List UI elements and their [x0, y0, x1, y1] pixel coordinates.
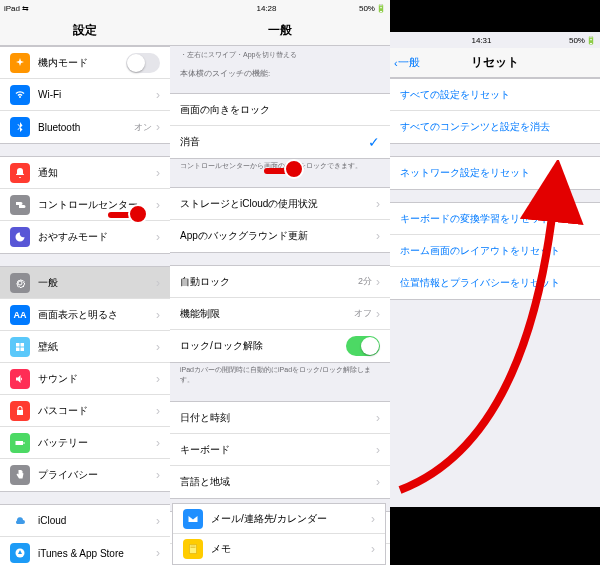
- toggle[interactable]: [126, 53, 160, 73]
- chevron-icon: ›: [376, 475, 380, 489]
- row-label: プライバシー: [38, 468, 156, 482]
- row-label: すべての設定をリセット: [400, 88, 590, 102]
- row-lang[interactable]: 言語と地域›: [170, 466, 390, 498]
- page-title: 設定: [73, 22, 97, 39]
- row-autolock[interactable]: 自動ロック2分›: [170, 266, 390, 298]
- row-label: iCloud: [38, 515, 156, 526]
- row-passcode[interactable]: パスコード›: [0, 395, 170, 427]
- row-label: キーボード: [180, 443, 376, 457]
- chevron-icon: ›: [156, 372, 160, 386]
- group: すべての設定をリセットすべてのコンテンツと設定を消去: [390, 78, 600, 144]
- row-label: 画面表示と明るさ: [38, 308, 156, 322]
- row-datetime[interactable]: 日付と時刻›: [170, 402, 390, 434]
- row-general[interactable]: 一般›: [0, 267, 170, 299]
- row-label: 日付と時刻: [180, 411, 376, 425]
- row-keyboard[interactable]: キーボード›: [170, 434, 390, 466]
- cloud-icon: [10, 511, 30, 531]
- row-bluetooth[interactable]: Bluetoothオン›: [0, 111, 170, 143]
- chevron-icon: ›: [156, 120, 160, 134]
- row-mute[interactable]: 消音✓: [170, 126, 390, 158]
- row-resethome[interactable]: ホーム画面のレイアウトをリセット: [390, 235, 600, 267]
- general-scroll[interactable]: ・左右にスワイプ・Appを切り替える本体横のスイッチの機能:画面の向きをロック消…: [170, 46, 390, 565]
- switches-icon: [10, 195, 30, 215]
- row-airplane[interactable]: 機内モード: [0, 47, 170, 79]
- row-battery[interactable]: バッテリー›: [0, 427, 170, 459]
- row-pmemo[interactable]: メモ›: [173, 534, 385, 564]
- reset-scroll[interactable]: すべての設定をリセットすべてのコンテンツと設定を消去ネットワーク設定をリセットキ…: [390, 78, 600, 507]
- sidebar-scroll[interactable]: 機内モードWi-Fi›Bluetoothオン›通知›コントロールセンター›おやす…: [0, 46, 170, 565]
- back-button[interactable]: ‹ 一般: [394, 55, 420, 70]
- hand-icon: [10, 465, 30, 485]
- group: 機内モードWi-Fi›Bluetoothオン›: [0, 46, 170, 144]
- page-title: リセット: [471, 54, 519, 71]
- group-header: 本体横のスイッチの機能:: [170, 64, 390, 81]
- row-erase[interactable]: すべてのコンテンツと設定を消去: [390, 111, 600, 143]
- navbar: 設定: [0, 16, 170, 46]
- row-dnd[interactable]: おやすみモード›: [0, 221, 170, 253]
- chevron-icon: ›: [371, 512, 375, 526]
- row-pmail[interactable]: メール/連絡先/カレンダー›: [173, 504, 385, 534]
- chevron-icon: ›: [376, 307, 380, 321]
- battery-indicator: 50%🔋: [359, 4, 386, 13]
- row-lockunlock[interactable]: ロック/ロック解除: [170, 330, 390, 362]
- row-value: オフ: [354, 307, 372, 320]
- row-orient[interactable]: 画面の向きをロック: [170, 94, 390, 126]
- chevron-icon: ›: [376, 411, 380, 425]
- row-label: ホーム画面のレイアウトをリセット: [400, 244, 590, 258]
- row-label: 消音: [180, 135, 368, 149]
- navbar: 一般: [170, 16, 390, 46]
- display-icon: AA: [10, 305, 30, 325]
- chevron-icon: ›: [156, 514, 160, 528]
- row-label: キーボードの変換学習をリセット: [400, 212, 590, 226]
- row-restrict[interactable]: 機能制限オフ›: [170, 298, 390, 330]
- row-storage[interactable]: ストレージとiCloudの使用状況›: [170, 188, 390, 220]
- status-bar: 14:28 50%🔋: [170, 0, 390, 16]
- row-label: バッテリー: [38, 436, 156, 450]
- chevron-icon: ›: [156, 436, 160, 450]
- row-label: 自動ロック: [180, 275, 358, 289]
- row-sounds[interactable]: サウンド›: [0, 363, 170, 395]
- check-icon: ✓: [368, 134, 380, 150]
- row-label: ネットワーク設定をリセット: [400, 166, 590, 180]
- row-value: オン: [134, 121, 152, 134]
- row-display[interactable]: AA画面表示と明るさ›: [0, 299, 170, 331]
- chevron-icon: ›: [156, 198, 160, 212]
- swipe-note: ・左右にスワイプ・Appを切り替える: [170, 46, 390, 64]
- note-icon: [183, 539, 203, 559]
- settings-sidebar: iPad ⇆ 設定 機内モードWi-Fi›Bluetoothオン›通知›コントロ…: [0, 0, 170, 565]
- row-itunes[interactable]: iTunes & App Store›: [0, 537, 170, 565]
- chevron-icon: ›: [376, 197, 380, 211]
- chevron-icon: ›: [156, 340, 160, 354]
- row-label: 一般: [38, 276, 156, 290]
- battery-indicator: 50%🔋: [569, 36, 596, 45]
- row-label: ロック/ロック解除: [180, 339, 346, 353]
- row-bgapp[interactable]: Appのバックグラウンド更新›: [170, 220, 390, 252]
- group: ストレージとiCloudの使用状況›Appのバックグラウンド更新›: [170, 187, 390, 253]
- group: キーボードの変換学習をリセットホーム画面のレイアウトをリセット位置情報とプライバ…: [390, 202, 600, 300]
- row-resetloc[interactable]: 位置情報とプライバシーをリセット: [390, 267, 600, 299]
- group: 一般›AA画面表示と明るさ›壁紙›サウンド›パスコード›バッテリー›プライバシー…: [0, 266, 170, 492]
- row-resetnet[interactable]: ネットワーク設定をリセット: [390, 157, 600, 189]
- carrier-label: iPad ⇆: [4, 4, 29, 13]
- row-label: おやすみモード: [38, 230, 156, 244]
- row-label: 位置情報とプライバシーをリセット: [400, 276, 590, 290]
- row-label: メモ: [211, 542, 371, 556]
- row-wifi[interactable]: Wi-Fi›: [0, 79, 170, 111]
- row-resetall[interactable]: すべての設定をリセット: [390, 79, 600, 111]
- row-icloud[interactable]: iCloud›: [0, 505, 170, 537]
- toggle[interactable]: [346, 336, 380, 356]
- row-privacy[interactable]: プライバシー›: [0, 459, 170, 491]
- row-label: 画面の向きをロック: [180, 103, 380, 117]
- row-label: パスコード: [38, 404, 156, 418]
- row-label: Wi-Fi: [38, 89, 156, 100]
- row-wallpaper[interactable]: 壁紙›: [0, 331, 170, 363]
- row-label: 通知: [38, 166, 156, 180]
- chevron-icon: ›: [376, 229, 380, 243]
- chevron-icon: ›: [371, 542, 375, 556]
- bell-icon: [10, 163, 30, 183]
- lock-icon: [10, 401, 30, 421]
- group-footer: iPadカバーの開閉時に自動的にiPadをロック/ロック解除します。: [170, 363, 390, 389]
- row-resetkbd[interactable]: キーボードの変換学習をリセット: [390, 203, 600, 235]
- row-notif[interactable]: 通知›: [0, 157, 170, 189]
- time-label: 14:31: [471, 36, 491, 45]
